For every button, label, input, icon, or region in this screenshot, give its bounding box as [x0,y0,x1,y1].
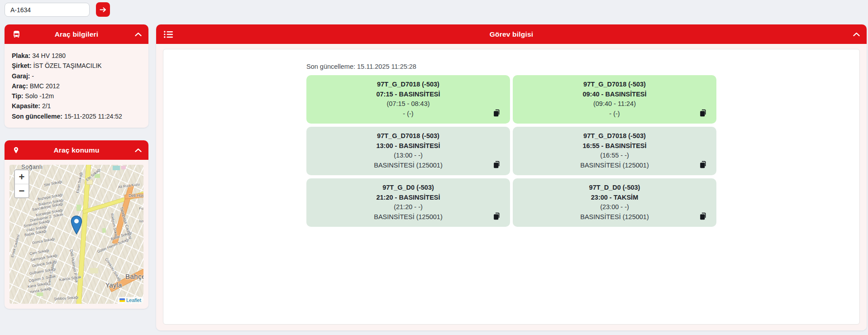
vehicle-info-panel: Araç bilgileri Plaka: 34 HV 1280Şirket: … [5,24,148,128]
chevron-up-icon[interactable] [135,148,142,152]
vehicle-field-label: Son güncelleme: [12,113,62,120]
task-card-line2: 23:00 - TAKSİM [513,193,716,203]
vehicle-field-value: 15-11-2025 11:24:52 [64,113,122,120]
ukraine-flag-icon [119,298,125,302]
map-green-area [90,268,98,273]
task-card[interactable]: 97T_G_D7018 (-503)09:40 - BASINSİTESİ(09… [513,75,716,124]
task-card-line4: - (-) [513,109,716,119]
task-card-line1: 97T_G_D0 (-503) [306,183,510,193]
vehicle-field-value: Solo -12m [25,92,54,100]
tasks-content-card: Son güncelleme: 15.11.2025 11:25:28 97T_… [163,49,860,325]
task-card[interactable]: 97T_G_D0 (-503)21:20 - BASINSİTESİ(21:20… [306,178,510,227]
task-card-line1: 97T_G_D7018 (-503) [513,131,716,141]
copy-icon[interactable] [699,161,707,168]
task-info-panel: Görev bilgisi Son güncelleme: 15.11.2025… [156,24,867,330]
task-card-line3: (21:20 - -) [306,202,510,212]
vehicle-field: Tip: Solo -12m [12,91,141,101]
copy-icon[interactable] [493,212,501,220]
vehicle-location-panel: Araç konumu SoğanlıSite SokağıEfe Sokağı… [5,140,148,309]
task-grid: 97T_G_D7018 (-503)07:15 - BASINSİTESİ(07… [306,75,716,227]
zoom-in-button[interactable]: + [15,170,29,184]
task-card-line3: (13:00 - -) [306,151,510,161]
map-street-label: Fua [139,206,143,211]
task-card-line1: 97T_D_D0 (-503) [513,183,716,193]
task-card[interactable]: 97T_G_D7018 (-503)07:15 - BASINSİTESİ(07… [306,75,510,124]
task-card-line4: BASINSİTESİ (125001) [513,212,716,222]
vehicle-field-value: 34 HV 1280 [32,52,66,59]
vehicle-field-label: Araç: [12,82,28,90]
vehicle-field: Araç: BMC 2012 [12,81,141,91]
task-card[interactable]: 97T_D_D0 (-503)23:00 - TAKSİM(23:00 - -)… [513,178,716,227]
task-card-line2: 21:20 - BASINSİTESİ [306,193,510,203]
copy-icon[interactable] [699,212,707,220]
task-card-line2: 16:55 - BASINSİTESİ [513,141,716,151]
map-street-label: İsm [139,219,143,223]
task-card-line1: 97T_G_D7018 (-503) [306,131,510,141]
copy-icon[interactable] [493,109,501,117]
task-card-line4: - (-) [306,109,510,119]
task-card-line1: 97T_G_D7018 (-503) [513,80,716,90]
leaflet-link[interactable]: Leaflet [126,297,141,303]
map-green-area [76,205,81,211]
tasks-panel-title: Görev bilgisi [156,30,867,38]
vehicle-info-header: Araç bilgileri [5,24,148,44]
task-card-line2: 13:00 - BASINSİTESİ [306,141,510,151]
map-green-area [37,292,43,296]
vehicle-location-header: Araç konumu [5,140,148,160]
vehicle-field-label: Tip: [12,92,23,100]
chevron-up-icon[interactable] [853,32,860,36]
zoom-out-button[interactable]: − [15,184,29,197]
vehicle-field: Garaj: - [12,71,141,81]
vehicle-field-value: BMC 2012 [30,82,60,90]
task-info-header: Görev bilgisi [156,24,867,44]
vehicle-field: Şirket: İST ÖZEL TAŞIMACILIK [12,61,141,71]
vehicle-field-label: Plaka: [12,52,30,59]
map-water-pool [113,166,120,170]
chevron-up-icon[interactable] [135,32,142,36]
vehicle-field: Son güncelleme: 15-11-2025 11:24:52 [12,111,141,121]
task-card-line4: BASINSİTESİ (125001) [513,161,716,171]
task-card-line3: (23:00 - -) [513,202,716,212]
vehicle-panel-title: Araç bilgileri [5,30,148,38]
task-card[interactable]: 97T_G_D7018 (-503)16:55 - BASINSİTESİ(16… [513,127,716,175]
vehicle-field: Kapasite: 2/1 [12,101,141,111]
task-card[interactable]: 97T_G_D7018 (-503)13:00 - BASINSİTESİ(13… [306,127,510,175]
task-card-line3: (16:55 - -) [513,151,716,161]
location-panel-title: Araç konumu [5,146,148,154]
map-pink-area [121,166,126,169]
vehicle-field-value: - [32,72,34,80]
map-place-label: Bahçeli [125,273,143,280]
task-card-line3: (07:15 - 08:43) [306,99,510,109]
vehicle-fields: Plaka: 34 HV 1280Şirket: İST ÖZEL TAŞIMA… [5,44,148,128]
vehicle-field-label: Şirket: [12,62,32,69]
map-place-label: Yayla [105,282,122,289]
task-card-line4: BASINSİTESİ (125001) [306,212,510,222]
arrow-right-icon [100,7,106,13]
map-zoom-control: + − [14,169,29,198]
copy-icon[interactable] [493,161,501,168]
vehicle-field-value: İST ÖZEL TAŞIMACILIK [33,62,101,69]
copy-icon[interactable] [699,109,707,117]
vehicle-field-value: 2/1 [42,102,51,110]
task-card-line4: BASINSİTESİ (125001) [306,161,510,171]
task-card-line2: 07:15 - BASINSİTESİ [306,90,510,100]
search-submit-button[interactable] [96,2,110,17]
task-card-line1: 97T_G_D7018 (-503) [306,80,510,90]
leaflet-map[interactable]: SoğanlıSite SokağıEfe SokağıElvan Sokağı… [10,165,143,304]
map-street-label: Deli Hüs [129,193,143,198]
vehicle-field-label: Kapasite: [12,102,40,110]
vehicle-field: Plaka: 34 HV 1280 [12,51,141,61]
search-input[interactable] [5,3,90,17]
vehicle-field-label: Garaj: [12,72,30,80]
map-green-area [102,228,106,233]
tasks-last-update: Son güncelleme: 15.11.2025 11:25:28 [306,63,716,70]
task-card-line2: 09:40 - BASINSİTESİ [513,90,716,100]
map-attribution: Leaflet [118,297,143,304]
map-marker-icon[interactable] [71,215,82,236]
task-card-line3: (09:40 - 11:24) [513,99,716,109]
